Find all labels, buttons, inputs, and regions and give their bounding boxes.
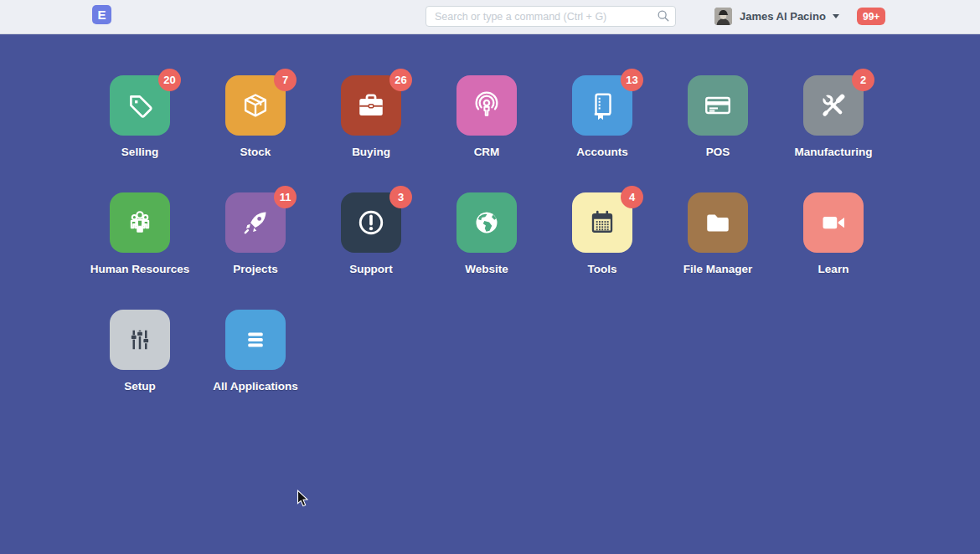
notification-count-badge: 26: [389, 69, 412, 91]
search-bar: [426, 6, 676, 27]
app-learn[interactable]: Learn: [803, 192, 864, 253]
notifications-badge[interactable]: 99+: [857, 8, 885, 25]
app-buying[interactable]: 26Buying: [341, 75, 401, 136]
app-label: Website: [465, 263, 508, 275]
desk-page: E James Al Pacino 99+ 20Selling7Stock26B…: [0, 0, 980, 554]
mouse-cursor: [297, 490, 309, 511]
app-stock[interactable]: 7Stock: [225, 75, 286, 136]
app-label: Learn: [818, 263, 849, 275]
app-label: Selling: [121, 146, 158, 158]
chevron-down-icon: [833, 14, 839, 18]
notification-count-badge: 2: [852, 69, 874, 91]
app-accounts[interactable]: 13Accounts: [572, 75, 632, 136]
folder-icon: [688, 192, 748, 253]
app-projects[interactable]: 11Projects: [225, 192, 286, 253]
app-grid: 20Selling7Stock26BuyingCRM13AccountsPOS2…: [110, 75, 864, 370]
app-selling[interactable]: 20Selling: [110, 75, 170, 136]
user-menu[interactable]: James Al Pacino: [714, 7, 839, 26]
globe-icon: [456, 192, 517, 253]
app-label: All Applications: [213, 380, 298, 392]
broadcast-person-icon: [456, 75, 517, 136]
app-pos[interactable]: POS: [688, 75, 748, 136]
notification-count-badge: 20: [158, 69, 181, 91]
hamburger-menu-icon: [225, 310, 286, 370]
search-input[interactable]: [426, 6, 676, 27]
app-website[interactable]: Website: [456, 192, 517, 253]
video-camera-icon: [803, 192, 864, 253]
app-label: Support: [349, 263, 393, 275]
app-logo[interactable]: E: [92, 5, 111, 24]
app-label: Manufacturing: [795, 146, 873, 158]
sliders-icon: [110, 310, 170, 370]
app-label: Projects: [233, 263, 277, 275]
app-setup[interactable]: Setup: [110, 310, 170, 370]
top-navbar: E James Al Pacino 99+: [0, 0, 980, 34]
app-label: Accounts: [576, 146, 628, 158]
desktop: 20Selling7Stock26BuyingCRM13AccountsPOS2…: [0, 34, 980, 554]
credit-card-icon: [688, 75, 748, 136]
app-tools[interactable]: 4Tools: [572, 192, 632, 253]
app-file-manager[interactable]: File Manager: [688, 192, 748, 253]
search-icon: [657, 9, 670, 23]
app-manufacturing[interactable]: 2Manufacturing: [803, 75, 864, 136]
app-all-applications[interactable]: All Applications: [225, 310, 286, 370]
app-label: Buying: [352, 146, 390, 158]
app-label: POS: [706, 146, 730, 158]
notification-count-badge: 13: [621, 69, 643, 91]
app-label: Tools: [588, 263, 617, 275]
notification-count-badge: 7: [274, 69, 297, 91]
app-label: Stock: [240, 146, 271, 158]
notification-count-badge: 4: [621, 186, 643, 208]
notification-count-badge: 11: [274, 186, 297, 208]
app-human-resources[interactable]: Human Resources: [110, 192, 170, 253]
app-crm[interactable]: CRM: [456, 75, 517, 136]
people-group-icon: [110, 192, 170, 253]
app-label: Human Resources: [90, 263, 190, 275]
user-avatar: [714, 8, 732, 25]
app-support[interactable]: 3Support: [341, 192, 401, 253]
notification-count-badge: 3: [389, 186, 412, 208]
app-label: File Manager: [683, 263, 753, 275]
app-label: CRM: [474, 146, 500, 158]
user-name: James Al Pacino: [740, 10, 826, 23]
app-label: Setup: [124, 380, 156, 392]
